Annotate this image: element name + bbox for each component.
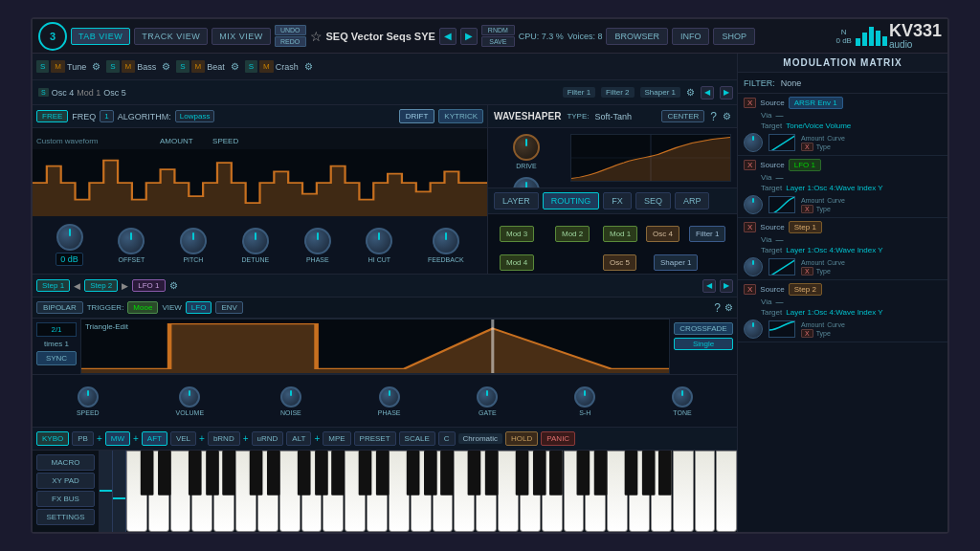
white-key[interactable]: [213, 451, 234, 532]
osc5-node[interactable]: Osc 5: [603, 254, 636, 271]
lfo-speed-knob[interactable]: [78, 386, 99, 408]
tab-layer[interactable]: LAYER: [494, 192, 539, 209]
prev-filter-button[interactable]: ◀: [701, 86, 714, 99]
aft-button[interactable]: AFT: [142, 431, 167, 446]
lfo-sh-knob[interactable]: [574, 386, 595, 408]
mod-entry-2-amount-knob[interactable]: [744, 195, 763, 214]
mod3-node[interactable]: Mod 3: [500, 226, 534, 242]
white-key[interactable]: [433, 451, 454, 532]
brnd-button[interactable]: bRND: [208, 431, 240, 446]
mod-entry-4-target[interactable]: Layer 1:Osc 4:Wave Index Y: [786, 308, 882, 317]
mod-entry-4-curve[interactable]: [768, 320, 795, 338]
white-key[interactable]: [520, 451, 541, 532]
step2-button[interactable]: Step 2: [84, 279, 118, 292]
mod-entry-1-source[interactable]: ARSR Env 1: [789, 97, 843, 109]
white-key[interactable]: [607, 451, 628, 532]
white-key[interactable]: [454, 451, 475, 532]
tab-view-button[interactable]: TAB VIEW: [71, 28, 130, 45]
xy-pad-button[interactable]: XY PAD: [36, 473, 95, 489]
db-knob[interactable]: [56, 224, 83, 251]
next-lfo-button[interactable]: ▶: [720, 279, 733, 293]
mute-beat-button[interactable]: M: [191, 60, 206, 73]
feedback-knob[interactable]: [433, 228, 459, 254]
white-key[interactable]: [389, 451, 410, 532]
osc4-node[interactable]: Osc 4: [646, 226, 679, 242]
step-nav-next[interactable]: ▶: [122, 281, 128, 291]
vel-button[interactable]: VEL: [170, 431, 196, 446]
scale-key-button[interactable]: C: [438, 431, 456, 446]
mod4-node[interactable]: Mod 4: [500, 254, 534, 271]
mod2-node[interactable]: Mod 2: [555, 226, 590, 242]
shaper-gear-icon[interactable]: ⚙: [686, 87, 695, 98]
white-key[interactable]: [629, 451, 650, 532]
white-key[interactable]: [148, 451, 169, 532]
mix-view-button[interactable]: MIX VIEW: [212, 28, 271, 45]
offset-knob[interactable]: [118, 228, 145, 254]
panic-button[interactable]: PANIC: [541, 431, 575, 446]
white-key[interactable]: [367, 451, 388, 532]
env-button[interactable]: ENV: [215, 301, 242, 314]
tab-arp[interactable]: ARP: [675, 192, 710, 209]
hold-button[interactable]: HOLD: [505, 431, 538, 446]
mod-entry-1-amount-knob[interactable]: [744, 133, 763, 152]
mod-entry-3-remove[interactable]: X: [744, 222, 756, 232]
mw-button[interactable]: MW: [105, 431, 130, 446]
track-view-button[interactable]: TRACK VIEW: [134, 28, 208, 45]
mod1-node[interactable]: Mod 1: [603, 226, 637, 242]
step-nav-prev[interactable]: ◀: [74, 281, 80, 291]
hi-cut-knob[interactable]: [366, 228, 392, 254]
settings-button[interactable]: SETTINGS: [36, 509, 95, 525]
white-key[interactable]: [126, 451, 147, 532]
pitch-knob[interactable]: [180, 228, 207, 254]
single-button[interactable]: Single: [674, 338, 733, 350]
urnd-button[interactable]: uRND: [252, 431, 284, 446]
bipolar-button[interactable]: BIPOLAR: [36, 301, 83, 314]
filter1-node[interactable]: Filter 1: [689, 226, 725, 242]
white-key[interactable]: [345, 451, 366, 532]
tab-seq[interactable]: SEQ: [635, 192, 671, 209]
white-key[interactable]: [695, 451, 716, 532]
favorite-icon[interactable]: ☆: [310, 29, 323, 44]
waveshaper-help-icon[interactable]: ?: [710, 110, 717, 123]
mod-entry-4-amount-knob[interactable]: [744, 320, 763, 339]
phase-knob[interactable]: [304, 228, 331, 254]
drive-knob[interactable]: [513, 134, 540, 161]
scale-button[interactable]: SCALE: [399, 431, 435, 446]
piano-keys[interactable]: C3 C4 C5: [126, 451, 737, 532]
white-key[interactable]: [673, 451, 694, 532]
white-key[interactable]: [476, 451, 497, 532]
white-key[interactable]: [235, 451, 256, 532]
mod-entry-3-target[interactable]: Layer 1:Osc 4:Wave Index Y: [786, 246, 882, 254]
undo-button[interactable]: UNDO: [275, 25, 306, 35]
info-button[interactable]: INFO: [672, 28, 710, 45]
alt-button[interactable]: ALT: [286, 431, 311, 446]
mod-entry-2-source[interactable]: LFO 1: [789, 159, 821, 171]
crossfade-button[interactable]: CROSSFADE: [674, 322, 733, 335]
beat-gear-icon[interactable]: ⚙: [231, 61, 239, 72]
white-key[interactable]: [279, 451, 301, 532]
mod-entry-1-x-btn[interactable]: X: [801, 143, 813, 151]
lfo-view-button[interactable]: LFO: [186, 301, 212, 314]
lfo-noise-knob[interactable]: [280, 386, 301, 408]
sync-button[interactable]: SYNC: [36, 351, 77, 365]
crash-gear-icon[interactable]: ⚙: [304, 61, 313, 72]
white-key[interactable]: [257, 451, 278, 532]
fx-bus-button[interactable]: FX BUS: [36, 491, 95, 507]
solo-crash-button[interactable]: S: [245, 60, 257, 73]
mute-bass-button[interactable]: M: [122, 60, 136, 73]
waveform-display[interactable]: [33, 149, 487, 216]
mix-knob[interactable]: [513, 177, 540, 187]
preset-button[interactable]: PRESET: [354, 431, 396, 446]
shaper1-tab[interactable]: Shaper 1: [640, 87, 680, 98]
kytrick-button[interactable]: KYTRICK: [438, 109, 483, 123]
randomize-button[interactable]: RNDM: [481, 25, 515, 35]
white-key[interactable]: [191, 451, 212, 532]
mpe-button[interactable]: MPE: [323, 431, 350, 446]
pb-button[interactable]: PB: [72, 431, 94, 446]
mod-entry-2-x-btn[interactable]: X: [801, 205, 813, 213]
white-key[interactable]: [323, 451, 344, 532]
white-key[interactable]: [170, 451, 191, 532]
white-key[interactable]: [301, 451, 323, 532]
step1-button[interactable]: Step 1: [36, 279, 70, 292]
free-button[interactable]: FREE: [36, 110, 68, 122]
